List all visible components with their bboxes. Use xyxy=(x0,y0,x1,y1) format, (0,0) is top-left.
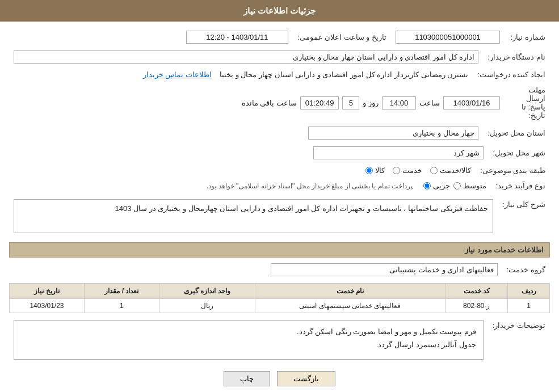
days-value: 5 xyxy=(342,96,359,109)
cell-date: 1403/01/23 xyxy=(10,299,85,313)
delivery-province-label: استان محل تحویل: xyxy=(483,124,550,142)
purchase-option-2-label: متوسط xyxy=(463,182,486,190)
col-code: کد خدمت xyxy=(445,284,508,299)
purchase-option-1[interactable]: جزیی xyxy=(423,182,450,190)
category-label: طبقه بندی موضوعی: xyxy=(476,164,550,177)
services-table: ردیف کد خدمت نام خدمت واحد اندازه گیری ت… xyxy=(9,283,550,313)
cell-row: 1 xyxy=(508,299,550,313)
need-number-label: شماره نیاز: xyxy=(505,28,550,46)
buyer-notes-content: فرم پیوست تکمیل و مهر و امضا بصورت رنگی … xyxy=(14,320,484,360)
purchase-type-label: نوع فرآیند خرید: xyxy=(491,179,550,192)
cell-unit: ریال xyxy=(159,299,255,313)
description-value: حفاظت فیزیکی ساختمانها ، تاسیسات و تجهیز… xyxy=(14,199,493,233)
announce-date-value: 1403/01/11 - 12:20 xyxy=(186,31,288,44)
category-option-2[interactable]: خدمت xyxy=(393,166,422,175)
page-title: جزئیات اطلاعات نیاز xyxy=(0,0,559,22)
days-label: روز و xyxy=(363,99,379,107)
need-number-value: 1103000051000001 xyxy=(396,31,500,44)
cell-name: فعالیتهای خدماتی سیستمهای امنیتی xyxy=(255,299,445,313)
buyer-org-value: اداره کل امور اقتصادی و دارایی استان چها… xyxy=(14,50,478,64)
deadline-date: 1403/01/16 xyxy=(443,96,500,109)
contact-link[interactable]: اطلاعات تماس خریدار xyxy=(143,70,212,79)
print-button[interactable]: چاپ xyxy=(224,371,270,386)
purchase-notice: پرداخت تمام یا بخشی از مبلغ خریداز محل "… xyxy=(207,182,413,190)
purchase-option-1-label: جزیی xyxy=(433,182,450,190)
category-option-2-label: خدمت xyxy=(402,166,422,175)
service-group-label: گروه خدمت: xyxy=(502,261,550,279)
category-option-3[interactable]: کالا/خدمت xyxy=(430,166,472,175)
buyer-org-label: نام دستگاه خریدار: xyxy=(483,48,550,66)
col-unit: واحد اندازه گیری xyxy=(159,284,255,299)
delivery-province-value: چهار محال و بختیاری xyxy=(308,127,478,140)
delivery-city-value: شهر کرد xyxy=(313,146,484,159)
category-option-3-label: کالا/خدمت xyxy=(440,166,472,175)
time-label: ساعت xyxy=(419,99,440,107)
delivery-city-label: شهر محل تحویل: xyxy=(488,144,550,162)
buyer-notes-line2: جدول آنالیز دستمزد ارسال گردد. xyxy=(21,338,476,351)
cell-code: ز-80-802 xyxy=(445,299,508,313)
col-qty: تعداد / مقدار xyxy=(84,284,159,299)
purchase-option-2[interactable]: متوسط xyxy=(453,182,486,190)
table-row: 1 ز-80-802 فعالیتهای خدماتی سیستمهای امن… xyxy=(10,299,550,313)
col-name: نام خدمت xyxy=(255,284,445,299)
services-section-title: اطلاعات خدمات مورد نیاز xyxy=(9,242,550,258)
category-option-1[interactable]: کالا xyxy=(365,166,385,175)
back-button[interactable]: بازگشت xyxy=(277,371,335,386)
buyer-notes-label: توضیحات خریدار: xyxy=(488,318,550,362)
category-options: کالا/خدمت خدمت کالا xyxy=(365,166,472,175)
buyer-notes-line1: فرم پیوست تکمیل و مهر و امضا بصورت رنگی … xyxy=(21,325,476,338)
col-date: تاریخ نیاز xyxy=(10,284,85,299)
creator-label: ایجاد کننده درخواست: xyxy=(473,68,550,81)
service-group-value: فعالیتهای اداری و خدمات پشتیبانی xyxy=(271,263,498,276)
remaining-value: 01:20:49 xyxy=(300,96,339,109)
description-label: شرح کلی نیاز: xyxy=(498,197,550,235)
remaining-label: ساعت باقی مانده xyxy=(242,99,297,107)
col-row: ردیف xyxy=(508,284,550,299)
send-date-label: مهلت ارسال پاسخ: تا تاریخ: xyxy=(505,83,550,122)
announce-date-label: تاریخ و ساعت اعلان عمومی: xyxy=(293,28,391,46)
creator-value: نسترن رمضانی کاربرداز اداره کل امور اقتص… xyxy=(220,70,468,79)
action-buttons: بازگشت چاپ xyxy=(9,371,550,386)
deadline-time: 14:00 xyxy=(382,96,416,109)
cell-qty: 1 xyxy=(84,299,159,313)
category-option-1-label: کالا xyxy=(375,166,385,175)
